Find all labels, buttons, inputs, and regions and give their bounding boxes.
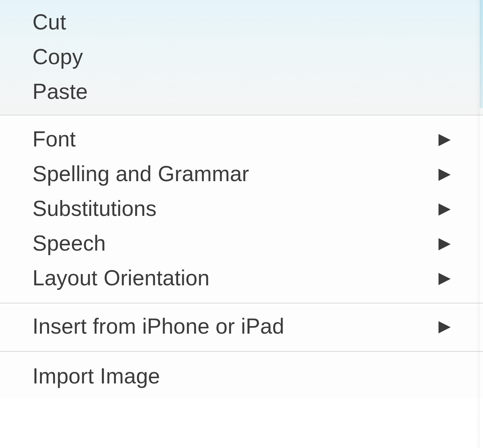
menu-item-paste[interactable]: Paste	[0, 74, 483, 109]
submenu-arrow-icon: ▶	[438, 166, 451, 182]
menu-section-import: Import Image	[0, 352, 483, 398]
menu-item-label: Layout Orientation	[32, 265, 209, 290]
menu-item-label: Cut	[32, 9, 66, 34]
submenu-arrow-icon: ▶	[438, 318, 451, 334]
menu-item-label: Speech	[32, 231, 106, 256]
menu-section-clipboard: Cut Copy Paste	[0, 0, 483, 115]
menu-item-layout-orientation[interactable]: Layout Orientation ▶	[0, 260, 483, 295]
menu-item-substitutions[interactable]: Substitutions ▶	[0, 191, 483, 226]
menu-item-label: Font	[32, 126, 76, 151]
submenu-arrow-icon: ▶	[438, 270, 451, 286]
menu-item-copy[interactable]: Copy	[0, 39, 483, 74]
window-edge	[480, 0, 483, 108]
menu-item-spelling-and-grammar[interactable]: Spelling and Grammar ▶	[0, 156, 483, 191]
menu-item-label: Copy	[32, 44, 83, 69]
menu-item-label: Import Image	[32, 363, 160, 388]
menu-item-speech[interactable]: Speech ▶	[0, 226, 483, 260]
submenu-arrow-icon: ▶	[438, 200, 451, 216]
menu-item-insert-from-iphone-or-ipad[interactable]: Insert from iPhone or iPad ▶	[0, 309, 483, 343]
menu-item-cut[interactable]: Cut	[0, 5, 483, 39]
menu-item-label: Paste	[32, 79, 88, 104]
menu-item-font[interactable]: Font ▶	[0, 122, 483, 156]
menu-section-formatting: Font ▶ Spelling and Grammar ▶ Substituti…	[0, 115, 483, 303]
menu-item-label: Insert from iPhone or iPad	[32, 314, 284, 339]
menu-section-continuity: Insert from iPhone or iPad ▶	[0, 303, 483, 351]
context-menu: Cut Copy Paste Font ▶ Spelling and Gramm…	[0, 0, 483, 448]
submenu-arrow-icon: ▶	[438, 235, 451, 251]
menu-item-label: Spelling and Grammar	[32, 161, 249, 186]
menu-item-label: Substitutions	[32, 196, 157, 221]
submenu-arrow-icon: ▶	[438, 131, 451, 147]
menu-item-import-image[interactable]: Import Image	[0, 359, 483, 393]
